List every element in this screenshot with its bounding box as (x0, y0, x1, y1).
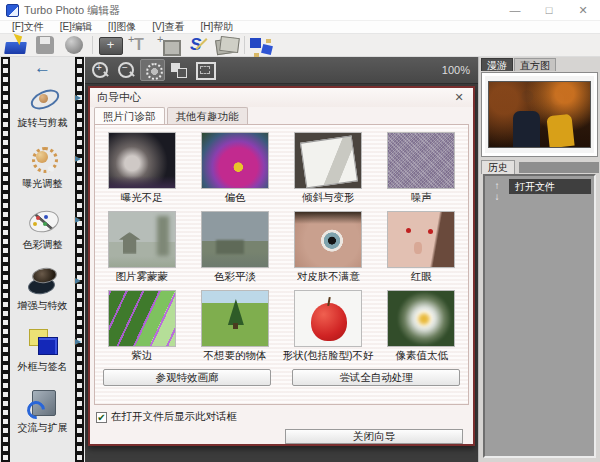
expand-arrow-icon[interactable]: ▶ (75, 154, 81, 163)
history-arrows: ↑ ↓ (489, 180, 505, 202)
wizard-button-row: 参观特效画廊 尝试全自动处理 (95, 363, 468, 386)
window-title: Turbo Photo 编辑器 (24, 3, 120, 18)
sidebar-item-rotate-crop[interactable]: 旋转与剪裁 ▶ (13, 79, 72, 140)
back-arrow-icon[interactable]: ← (13, 57, 72, 79)
thumbnail-view-icon[interactable] (166, 59, 191, 81)
sidebar-item-exposure[interactable]: 曝光调整 ▶ (13, 140, 72, 201)
tab-roam[interactable]: 漫游 (481, 58, 513, 71)
history-tab[interactable]: 历史 (481, 160, 515, 174)
zoom-toolbar: 100% (85, 57, 478, 84)
dialog-close-icon[interactable]: ✕ (452, 91, 466, 104)
fit-window-icon[interactable] (192, 59, 217, 81)
wizard-item-red-eye[interactable]: 红眼 (375, 208, 468, 284)
exposure-icon (26, 143, 60, 175)
thumb-tilt-distortion[interactable] (294, 132, 362, 189)
wizard-item-noise[interactable]: 噪声 (375, 129, 468, 205)
expand-arrow-icon[interactable]: ▶ (75, 215, 81, 224)
show-dialog-checkbox-row[interactable]: ✔ 在打开文件后显示此对话框 (96, 410, 237, 424)
wizard-item-color-cast[interactable]: 偏色 (188, 129, 281, 205)
roam-preview-frame (481, 72, 598, 157)
history-up-icon[interactable]: ↑ (489, 180, 505, 191)
menu-edit[interactable]: [E]编辑 (52, 20, 100, 34)
open-file-icon[interactable] (3, 35, 30, 56)
sidebar-item-color[interactable]: 色彩调整 ▶ (13, 201, 72, 262)
zoom-in-icon[interactable] (88, 59, 113, 81)
dialog-title-bar[interactable]: 向导中心 ✕ (90, 88, 473, 107)
thumb-unwanted-object[interactable] (201, 290, 269, 347)
expand-arrow-icon[interactable]: ▶ (75, 337, 81, 346)
lens-filters-icon (26, 265, 60, 297)
roam-preview-image[interactable] (488, 81, 591, 148)
wizard-item-low-resolution[interactable]: 像素值太低 (375, 287, 468, 363)
screen-capture-icon[interactable] (97, 35, 124, 56)
auto-process-button[interactable]: 尝试全自动处理 (292, 369, 460, 386)
thumb-bad-shape[interactable] (294, 290, 362, 347)
thumb-noise[interactable] (387, 132, 455, 189)
checkbox-icon[interactable]: ✔ (96, 412, 107, 423)
thumb-skin[interactable] (294, 211, 362, 268)
save-icon[interactable] (32, 35, 59, 56)
wizard-item-flat-color[interactable]: 色彩平淡 (188, 208, 281, 284)
history-down-icon[interactable]: ↓ (489, 191, 505, 202)
window-controls: — □ ✕ (498, 0, 600, 20)
history-header-fill (519, 162, 599, 173)
menu-bar: [F]文件 [E]编辑 [I]图像 [V]查看 [H]帮助 (0, 21, 600, 34)
thumb-red-eye[interactable] (387, 211, 455, 268)
filmstrip-edge-left (1, 57, 10, 462)
menu-help[interactable]: [H]帮助 (192, 20, 241, 34)
close-button[interactable]: ✕ (566, 0, 600, 20)
collage-icon[interactable] (249, 35, 276, 56)
maximize-button[interactable]: □ (532, 0, 566, 20)
add-object-icon[interactable] (155, 35, 182, 56)
draw-brush-icon[interactable] (184, 35, 211, 56)
add-text-icon[interactable] (126, 35, 153, 56)
history-header-row: 历史 (479, 160, 600, 174)
problem-grid: 曝光不足 偏色 倾斜与变形 噪声 图片雾蒙蒙 色彩平淡 对皮肤不满意 红眼 紫边… (95, 129, 468, 363)
wizard-item-skin[interactable]: 对皮肤不满意 (282, 208, 375, 284)
wizard-content: 曝光不足 偏色 倾斜与变形 噪声 图片雾蒙蒙 色彩平淡 对皮肤不满意 红眼 紫边… (94, 124, 469, 405)
zoom-out-icon[interactable] (114, 59, 139, 81)
sidebar-item-enhance[interactable]: 增强与特效 ▶ (13, 262, 72, 323)
wizard-item-underexposed[interactable]: 曝光不足 (95, 129, 188, 205)
thumb-low-resolution[interactable] (387, 290, 455, 347)
thumb-color-cast[interactable] (201, 132, 269, 189)
right-panel: 漫游 直方图 历史 ↑ ↓ 打开文件 (478, 57, 600, 462)
menu-file[interactable]: [F]文件 (4, 20, 52, 34)
thumb-underexposed[interactable] (108, 132, 176, 189)
pan-tool-icon[interactable] (140, 59, 165, 81)
rotate-crop-icon (26, 82, 60, 114)
batch-photos-icon[interactable] (213, 35, 240, 56)
render-sphere-icon[interactable] (61, 35, 88, 56)
close-wizard-button[interactable]: 关闭向导 (285, 429, 463, 444)
canvas-area: 100% 向导中心 ✕ 照片门诊部 其他有趣功能 曝光不足 偏色 倾斜与变形 噪… (85, 57, 478, 462)
thumb-hazy[interactable] (108, 211, 176, 268)
menu-view[interactable]: [V]查看 (144, 20, 192, 34)
thumb-purple-fringe[interactable] (108, 290, 176, 347)
globe-icon (26, 387, 60, 419)
sidebar-item-frame-sign[interactable]: 外框与签名 ▶ (13, 323, 72, 384)
menu-image[interactable]: [I]图像 (100, 20, 144, 34)
thumb-flat-color[interactable] (201, 211, 269, 268)
tab-photo-clinic[interactable]: 照片门诊部 (94, 107, 165, 124)
zoom-level: 100% (442, 64, 470, 76)
wizard-item-purple-fringe[interactable]: 紫边 (95, 287, 188, 363)
history-item-open-file[interactable]: 打开文件 (509, 179, 591, 194)
filmstrip-edge-right (75, 57, 84, 462)
wizard-item-unwanted-object[interactable]: 不想要的物体 (188, 287, 281, 363)
expand-arrow-icon[interactable]: ▶ (75, 276, 81, 285)
wizard-item-tilt-distortion[interactable]: 倾斜与变形 (282, 129, 375, 205)
tab-histogram[interactable]: 直方图 (514, 58, 556, 71)
toolbar-separator (244, 36, 245, 54)
wizard-dialog: 向导中心 ✕ 照片门诊部 其他有趣功能 曝光不足 偏色 倾斜与变形 噪声 图片雾… (88, 86, 475, 446)
history-list: ↑ ↓ 打开文件 (483, 174, 596, 458)
minimize-button[interactable]: — (498, 0, 532, 20)
expand-arrow-icon[interactable]: ▶ (75, 93, 81, 102)
app-icon (6, 4, 19, 17)
sidebar-item-share-extend[interactable]: 交流与扩展 (13, 384, 72, 445)
tab-other-features[interactable]: 其他有趣功能 (167, 107, 248, 124)
wizard-item-bad-shape[interactable]: 形状(包括脸型)不好 (282, 287, 375, 363)
gallery-button[interactable]: 参观特效画廊 (103, 369, 271, 386)
title-bar: Turbo Photo 编辑器 — □ ✕ (0, 0, 600, 21)
wizard-item-hazy[interactable]: 图片雾蒙蒙 (95, 208, 188, 284)
dialog-tabs: 照片门诊部 其他有趣功能 (90, 107, 473, 124)
